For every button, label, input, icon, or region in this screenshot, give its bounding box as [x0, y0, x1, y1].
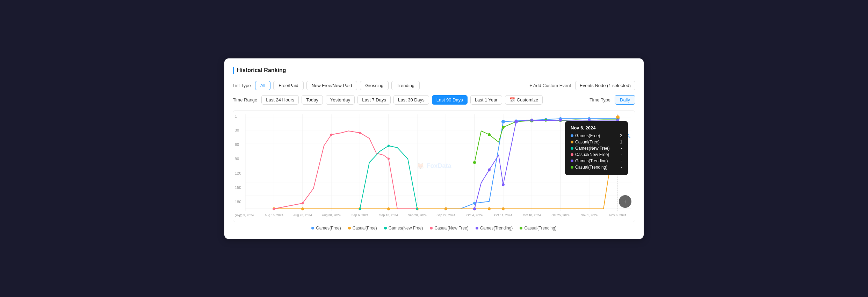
tooltip-label-5: Games(Trending) — [571, 158, 608, 163]
time-btn-90days[interactable]: Last 90 Days — [432, 95, 468, 105]
svg-point-49 — [359, 207, 361, 210]
svg-text:Oct 18, 2024: Oct 18, 2024 — [523, 213, 541, 217]
time-btn-7days[interactable]: Last 7 Days — [357, 95, 391, 105]
tooltip-row-3: Games(New Free) - — [571, 146, 622, 151]
chart-legend: Games(Free) Casual(Free) Games(New Free)… — [233, 226, 635, 231]
legend-dot-casual-trending — [520, 227, 522, 229]
tooltip-series-2: Casual(Free) — [575, 140, 600, 144]
tooltip-row-4: Casual(New Free) - — [571, 152, 622, 157]
tooltip-series-4: Casual(New Free) — [575, 152, 609, 157]
svg-point-53 — [488, 133, 491, 136]
svg-point-36 — [387, 207, 390, 210]
svg-point-61 — [473, 207, 476, 210]
tooltip-dot-5 — [571, 160, 573, 162]
tooltip-dot-1 — [571, 134, 573, 137]
svg-text:Aug 9, 2024: Aug 9, 2024 — [237, 213, 254, 217]
time-btn-24h[interactable]: Last 24 Hours — [261, 95, 299, 105]
svg-point-44 — [302, 202, 304, 204]
legend-games-new-free: Games(New Free) — [384, 226, 423, 231]
legend-dot-casual-new-free — [430, 227, 433, 229]
controls-row: List Type All Free/Paid New Free/New Pai… — [233, 81, 635, 90]
legend-label-casual-new-free: Casual(New Free) — [434, 226, 468, 231]
svg-point-62 — [488, 168, 491, 171]
svg-point-41 — [502, 207, 505, 210]
svg-text:Sep 13, 2024: Sep 13, 2024 — [379, 213, 398, 217]
svg-point-45 — [330, 133, 332, 135]
tooltip-label-3: Games(New Free) — [571, 146, 610, 151]
tooltip-label-2: Casual(Free) — [571, 140, 600, 144]
tooltip-value-1: 2 — [620, 133, 622, 138]
time-type-section: Time Type Daily — [589, 95, 635, 105]
svg-point-65 — [530, 119, 533, 121]
svg-point-38 — [444, 207, 447, 210]
tooltip-label-1: Games(Free) — [571, 133, 600, 138]
calendar-icon: 📅 — [509, 97, 515, 102]
time-btn-yesterday[interactable]: Yesterday — [326, 95, 355, 105]
customize-button[interactable]: 📅 Customize — [505, 95, 543, 105]
filter-new-free-new-paid[interactable]: New Free/New Paid — [306, 81, 357, 90]
svg-text:Oct 4, 2024: Oct 4, 2024 — [466, 213, 483, 217]
filter-grossing[interactable]: Grossing — [360, 81, 389, 90]
legend-label-games-trending: Games(Trending) — [480, 226, 513, 231]
tooltip-value-6: - — [621, 165, 622, 170]
tooltip-row-6: Casual(Trending) - — [571, 165, 622, 170]
tooltip-series-3: Games(New Free) — [575, 146, 610, 151]
tooltip-row-2: Casual(Free) 1 — [571, 140, 622, 144]
time-range-label: Time Range — [233, 97, 257, 102]
tooltip-label-6: Casual(Trending) — [571, 165, 607, 170]
customize-label: Customize — [517, 97, 538, 102]
legend-dot-games-trending — [476, 227, 478, 229]
legend-label-casual-trending: Casual(Trending) — [524, 226, 556, 231]
svg-point-54 — [502, 126, 505, 128]
tooltip-series-6: Casual(Trending) — [575, 165, 607, 170]
svg-point-25 — [501, 120, 505, 123]
time-type-label: Time Type — [589, 97, 610, 102]
svg-text:Oct 25, 2024: Oct 25, 2024 — [551, 213, 569, 217]
tooltip-value-3: - — [621, 146, 622, 151]
svg-text:Aug 16, 2024: Aug 16, 2024 — [265, 213, 283, 217]
tooltip-series-5: Games(Trending) — [575, 158, 608, 163]
svg-point-46 — [359, 132, 361, 134]
legend-games-free: Games(Free) — [311, 226, 341, 231]
svg-point-47 — [388, 157, 390, 160]
filter-free-paid[interactable]: Free/Paid — [273, 81, 303, 90]
legend-dot-games-free — [311, 227, 314, 229]
legend-games-trending: Games(Trending) — [476, 226, 513, 231]
main-card: Historical Ranking List Type All Free/Pa… — [224, 58, 644, 239]
time-btn-30days[interactable]: Last 30 Days — [393, 95, 429, 105]
events-node-button[interactable]: Events Node (1 selected) — [575, 81, 635, 90]
card-title-row: Historical Ranking — [233, 67, 635, 74]
tooltip-series-1: Games(Free) — [575, 133, 600, 138]
chart-tooltip: Nov 6, 2024 Games(Free) 2 Casual(Free) 1 — [565, 121, 628, 175]
time-range-row: Time Range Last 24 Hours Today Yesterday… — [233, 95, 635, 105]
daily-button[interactable]: Daily — [615, 95, 635, 105]
time-btn-today[interactable]: Today — [302, 95, 323, 105]
legend-casual-trending: Casual(Trending) — [520, 226, 556, 231]
filter-all[interactable]: All — [255, 81, 270, 90]
list-type-label: List Type — [233, 83, 251, 88]
svg-text:Aug 30, 2024: Aug 30, 2024 — [322, 213, 341, 217]
legend-dot-casual-free — [348, 227, 351, 229]
upload-button[interactable]: ↑ — [619, 195, 631, 208]
tooltip-row-5: Games(Trending) - — [571, 158, 622, 163]
svg-point-40 — [488, 207, 491, 210]
legend-casual-new-free: Casual(New Free) — [430, 226, 468, 231]
svg-point-43 — [273, 207, 275, 210]
svg-point-51 — [416, 207, 418, 210]
tooltip-row-1: Games(Free) 2 — [571, 133, 622, 138]
svg-point-34 — [301, 207, 304, 210]
page-title: Historical Ranking — [237, 67, 286, 73]
legend-label-casual-free: Casual(Free) — [353, 226, 377, 231]
legend-label-games-free: Games(Free) — [316, 226, 341, 231]
svg-point-64 — [514, 120, 518, 123]
filter-trending[interactable]: Trending — [391, 81, 420, 90]
legend-casual-free: Casual(Free) — [348, 226, 377, 231]
tooltip-dot-2 — [571, 141, 573, 143]
add-custom-event-button[interactable]: + Add Custom Event — [529, 83, 571, 88]
chart-area: 1 30 60 90 120 150 180 210 — [233, 110, 635, 222]
tooltip-value-5: - — [621, 158, 622, 163]
legend-dot-games-new-free — [384, 227, 387, 229]
svg-point-52 — [473, 161, 476, 164]
svg-point-63 — [502, 183, 505, 186]
time-btn-1year[interactable]: Last 1 Year — [470, 95, 502, 105]
